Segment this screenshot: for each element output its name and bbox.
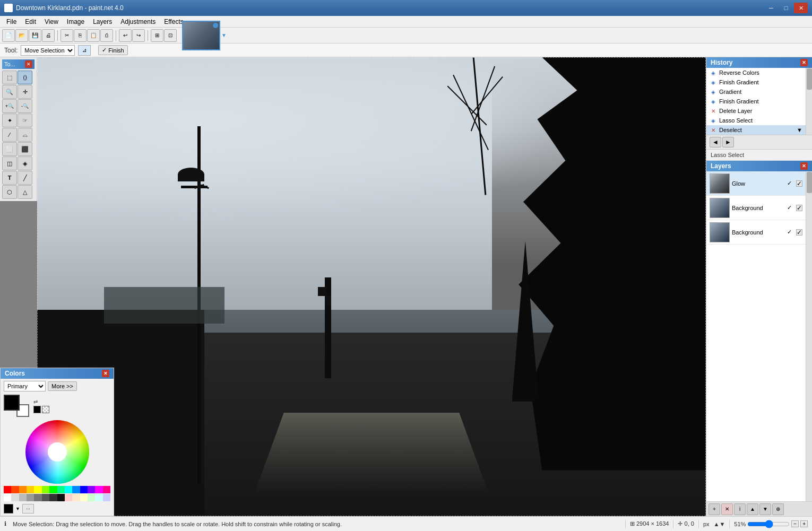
tool-mode-button[interactable]: ⊿ bbox=[78, 45, 91, 56]
merge-layers-button[interactable]: ⊕ bbox=[772, 503, 784, 515]
palette-light-cyan[interactable] bbox=[95, 494, 102, 501]
snap-button[interactable]: ⊡ bbox=[164, 29, 177, 42]
zoom-tool[interactable]: 🔍 bbox=[2, 85, 17, 99]
color-mode-select[interactable]: Primary Secondary bbox=[4, 381, 46, 391]
palette-cyan-green[interactable] bbox=[57, 486, 65, 493]
menu-adjustments[interactable]: Adjustments bbox=[116, 17, 160, 27]
palette-pink[interactable] bbox=[103, 486, 110, 493]
palette-blue[interactable] bbox=[80, 486, 88, 493]
palette-red[interactable] bbox=[4, 486, 11, 493]
palette-yellow-green[interactable] bbox=[42, 486, 49, 493]
palette-magenta[interactable] bbox=[95, 486, 102, 493]
undo-history-button[interactable]: ◄ bbox=[710, 137, 721, 147]
palette-bright-yellow[interactable] bbox=[34, 486, 41, 493]
cut-button[interactable]: ✂ bbox=[61, 29, 73, 42]
more-colors-button[interactable]: More >> bbox=[48, 381, 77, 391]
palette-darker-gray[interactable] bbox=[42, 494, 49, 501]
zoom-slider[interactable] bbox=[747, 521, 790, 527]
palette-gray[interactable] bbox=[19, 494, 27, 501]
colors-panel-close[interactable]: ✕ bbox=[102, 370, 109, 377]
minimize-button[interactable]: ─ bbox=[764, 3, 778, 13]
menu-layers[interactable]: Layers bbox=[89, 17, 116, 27]
layer-properties-button[interactable]: i bbox=[734, 503, 746, 515]
zoom-in-button[interactable]: + bbox=[800, 520, 808, 527]
palette-light-yellow[interactable] bbox=[80, 494, 88, 501]
color-wheel[interactable] bbox=[25, 420, 89, 484]
black-swatch[interactable] bbox=[33, 406, 41, 413]
zoom-out-button[interactable]: − bbox=[791, 520, 799, 527]
print-button[interactable]: 🖨 bbox=[42, 29, 55, 42]
history-item-lasso-select[interactable]: ◈ Lasso Select bbox=[706, 116, 806, 125]
palette-sky[interactable] bbox=[72, 486, 80, 493]
redo-button[interactable]: ↪ bbox=[132, 29, 145, 42]
undo-button[interactable]: ↩ bbox=[119, 29, 132, 42]
menu-image[interactable]: Image bbox=[63, 17, 89, 27]
save-button[interactable]: 💾 bbox=[29, 29, 41, 42]
palette-yellow[interactable] bbox=[27, 486, 34, 493]
layer-background-2[interactable]: Background ✓ ✓ bbox=[706, 220, 806, 245]
tool-select[interactable]: Move Selection bbox=[21, 45, 75, 56]
add-layer-button[interactable]: + bbox=[709, 503, 720, 515]
text-tool[interactable]: T bbox=[2, 171, 17, 185]
palette-white[interactable] bbox=[4, 494, 11, 501]
close-button[interactable]: ✕ bbox=[794, 3, 808, 13]
palette-light-blue[interactable] bbox=[103, 494, 110, 501]
paste2-button[interactable]: ⎙ bbox=[100, 29, 113, 42]
move-layer-up-button[interactable]: ▲ bbox=[747, 503, 758, 515]
eyedropper-tool[interactable]: ◈ bbox=[18, 156, 32, 170]
palette-near-black[interactable] bbox=[49, 494, 57, 501]
gradient-tool[interactable]: ◫ bbox=[2, 156, 17, 170]
finish-button[interactable]: ✓ Finish bbox=[98, 45, 127, 55]
transparent-swatch[interactable] bbox=[42, 406, 49, 413]
pencil-tool[interactable]: ∕ bbox=[2, 128, 17, 142]
grid-button[interactable]: ⊞ bbox=[151, 29, 163, 42]
move-tool[interactable]: ✛ bbox=[18, 85, 32, 99]
zoom-in-tool[interactable]: +🔍 bbox=[2, 99, 17, 113]
color-picker-icon[interactable]: ▼ bbox=[15, 506, 20, 511]
palette-peach[interactable] bbox=[72, 494, 80, 501]
primary-color-swatch[interactable] bbox=[4, 395, 20, 411]
layers-scrollbar-thumb[interactable] bbox=[807, 172, 812, 193]
paste-button[interactable]: 📋 bbox=[87, 29, 100, 42]
menu-edit[interactable]: Edit bbox=[21, 17, 40, 27]
paint-bucket-tool[interactable]: ⬛ bbox=[18, 142, 32, 156]
layers-scrollbar[interactable] bbox=[806, 171, 812, 501]
history-item-finish-gradient-2[interactable]: ◈ Finish Gradient bbox=[706, 97, 806, 106]
magic-wand-tool[interactable]: ✦ bbox=[2, 114, 17, 127]
redo-history-button[interactable]: ► bbox=[722, 137, 734, 147]
history-scrollbar-thumb[interactable] bbox=[807, 68, 812, 90]
palette-orange[interactable] bbox=[19, 486, 27, 493]
palette-light-gray[interactable] bbox=[11, 494, 19, 501]
layer-visibility-bg1[interactable]: ✓ bbox=[784, 203, 794, 213]
lasso-select-tool[interactable]: ⟨⟩ bbox=[18, 71, 32, 84]
layer-checkbox-bg2[interactable]: ✓ bbox=[796, 229, 802, 236]
rect-select-tool[interactable]: ⬚ bbox=[2, 71, 17, 84]
palette-light-pink[interactable] bbox=[65, 494, 72, 501]
open-button[interactable]: 📂 bbox=[15, 29, 28, 42]
layer-glow[interactable]: Glow ✓ ✓ bbox=[706, 171, 806, 196]
palette-mid-gray[interactable] bbox=[27, 494, 34, 501]
history-item-deselect[interactable]: ✕ Deselect ▼ bbox=[706, 125, 806, 135]
menu-view[interactable]: View bbox=[40, 17, 63, 27]
palette-dark-gray[interactable] bbox=[34, 494, 41, 501]
zoom-out-tool[interactable]: -🔍 bbox=[18, 99, 32, 113]
maximize-button[interactable]: □ bbox=[779, 3, 793, 13]
layer-background-1[interactable]: Background ✓ ✓ bbox=[706, 196, 806, 220]
document-tab[interactable]: ▼ bbox=[182, 21, 228, 50]
layers-panel-close[interactable]: ✕ bbox=[800, 162, 808, 170]
color-options-button[interactable]: ··· bbox=[22, 504, 34, 513]
brush-tool[interactable]: ⌓ bbox=[18, 128, 32, 142]
layer-checkbox-glow[interactable]: ✓ bbox=[796, 180, 802, 187]
eraser-tool[interactable]: ⬜ bbox=[2, 142, 17, 156]
canvas-area[interactable] bbox=[37, 57, 706, 516]
palette-green[interactable] bbox=[49, 486, 57, 493]
hand-tool[interactable]: ☞ bbox=[18, 114, 32, 127]
black-color-swatch[interactable] bbox=[4, 504, 13, 513]
move-layer-down-button[interactable]: ▼ bbox=[759, 503, 771, 515]
palette-light-green[interactable] bbox=[88, 494, 95, 501]
palette-violet[interactable] bbox=[88, 486, 95, 493]
copy-button[interactable]: ⎘ bbox=[74, 29, 87, 42]
palette-cyan[interactable] bbox=[65, 486, 72, 493]
new-button[interactable]: 📄 bbox=[2, 29, 15, 42]
tool-panel-close[interactable]: ✕ bbox=[25, 60, 32, 68]
